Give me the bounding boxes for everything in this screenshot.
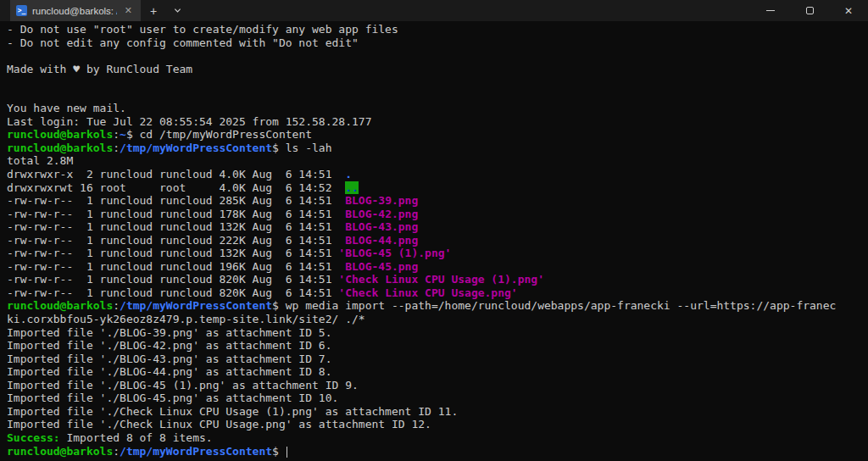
new-tab-button[interactable]: + <box>141 0 166 21</box>
terminal-text: Made with ♥ by RunCloud Team <box>7 63 192 75</box>
terminal-text: .. <box>345 181 359 194</box>
terminal-line: Made with ♥ by RunCloud Team <box>7 63 861 76</box>
terminal-text: runcloud@barkols <box>7 128 113 141</box>
window-controls: ✕ <box>751 0 868 21</box>
terminal-line: -rw-rw-r-- 1 runcloud runcloud 820K Aug … <box>7 286 861 300</box>
text-cursor <box>287 447 288 458</box>
terminal-text: Imported file './Check Linux CPU Usage (… <box>7 405 458 418</box>
terminal-line: -rw-rw-r-- 1 runcloud runcloud 820K Aug … <box>7 273 861 286</box>
terminal-line: -rw-rw-r-- 1 runcloud runcloud 196K Aug … <box>7 260 861 274</box>
terminal-text: : <box>113 299 120 312</box>
terminal-text: -rw-rw-r-- 1 runcloud runcloud 820K Aug … <box>7 273 338 286</box>
terminal-text: BLOG-44.png <box>345 234 418 247</box>
terminal-line: runcloud@barkols:/tmp/myWordPressContent… <box>7 445 861 458</box>
terminal-line <box>7 75 861 89</box>
terminal-text: Imported file './BLOG-45 (1).png' as att… <box>7 379 359 392</box>
terminal-text: BLOG-43.png <box>345 220 418 233</box>
terminal-line: You have new mail. <box>7 102 861 115</box>
terminal-line: drwxrwxr-x 2 runcloud runcloud 4.0K Aug … <box>7 168 861 181</box>
terminal-text: $ <box>272 445 286 458</box>
close-icon: ✕ <box>844 6 853 16</box>
terminal-text: ki.corxbbfou5-yk26eoz8z479.p.temp-site.l… <box>7 313 365 325</box>
terminal-text: $ wp media import --path=/home/runcloud/… <box>272 299 836 312</box>
terminal-line: Imported file './BLOG-44.png' as attachm… <box>7 365 861 379</box>
terminal-text: : <box>113 445 120 458</box>
terminal-text: -rw-rw-r-- 1 runcloud runcloud 196K Aug … <box>7 260 345 273</box>
terminal-text: runcloud@barkols <box>7 142 113 154</box>
terminal-text: total 2.8M <box>7 154 73 167</box>
terminal-icon: >_ <box>16 5 27 16</box>
terminal-text: ~ <box>120 128 126 141</box>
terminal-text: -rw-rw-r-- 1 runcloud runcloud 132K Aug … <box>7 220 345 233</box>
terminal-text: BLOG-42.png <box>345 208 418 220</box>
terminal-line: - Do not use "root" user to create/modif… <box>7 23 861 36</box>
terminal-line: -rw-rw-r-- 1 runcloud runcloud 132K Aug … <box>7 220 861 234</box>
minimize-button[interactable] <box>751 0 790 21</box>
terminal-line: Imported file './BLOG-42.png' as attachm… <box>7 339 861 353</box>
terminal-text: : <box>113 128 120 141</box>
chevron-down-icon <box>174 7 181 14</box>
terminal-text: drwxrwxrwt 16 root root 4.0K Aug 6 14:52 <box>7 181 345 194</box>
terminal-line: -rw-rw-r-- 1 runcloud runcloud 132K Aug … <box>7 247 861 260</box>
maximize-button[interactable] <box>790 0 829 21</box>
terminal-text: -rw-rw-r-- 1 runcloud runcloud 132K Aug … <box>7 247 338 259</box>
terminal-text: Imported file './BLOG-44.png' as attachm… <box>7 365 332 378</box>
terminal-line: runcloud@barkols:/tmp/myWordPressContent… <box>7 142 861 155</box>
terminal-text: Imported file './BLOG-43.png' as attachm… <box>7 353 332 365</box>
terminal-text: Last login: Tue Jul 22 08:55:54 2025 fro… <box>7 115 371 128</box>
terminal-line: drwxrwxrwt 16 root root 4.0K Aug 6 14:52… <box>7 181 861 195</box>
terminal-text: -rw-rw-r-- 1 runcloud runcloud 820K Aug … <box>7 286 338 299</box>
terminal-line: ki.corxbbfou5-yk26eoz8z479.p.temp-site.l… <box>7 313 861 326</box>
terminal-text: /tmp/myWordPressContent <box>120 142 272 154</box>
terminal-tab[interactable]: >_ runcloud@barkols: /tmp/myV ✕ <box>10 0 141 21</box>
terminal-line: Imported file './BLOG-45 (1).png' as att… <box>7 379 861 392</box>
terminal-text: Imported file './BLOG-45.png' as attachm… <box>7 392 338 404</box>
terminal-line: -rw-rw-r-- 1 runcloud runcloud 222K Aug … <box>7 234 861 247</box>
close-button[interactable]: ✕ <box>829 0 868 21</box>
terminal-text: /tmp/myWordPressContent <box>120 445 272 458</box>
terminal-text: Imported file './BLOG-39.png' as attachm… <box>7 326 332 339</box>
terminal-text: 'BLOG-45 (1).png' <box>338 247 451 259</box>
terminal-screen[interactable]: - Do not use "root" user to create/modif… <box>0 21 868 461</box>
terminal-line: - Do not edit any config commented with … <box>7 36 861 50</box>
tab-close-icon[interactable]: ✕ <box>122 4 135 17</box>
terminal-text: . <box>345 168 352 181</box>
terminal-text: -rw-rw-r-- 1 runcloud runcloud 178K Aug … <box>7 208 345 220</box>
terminal-text: $ cd /tmp/myWordPressContent <box>126 128 312 141</box>
minimize-icon <box>766 10 775 11</box>
terminal-line: Imported file './BLOG-43.png' as attachm… <box>7 353 861 366</box>
terminal-text: Success: <box>7 431 60 444</box>
terminal-line: Success: Imported 8 of 8 items. <box>7 431 861 445</box>
tab-title: runcloud@barkols: /tmp/myV <box>32 6 117 16</box>
terminal-text: BLOG-45.png <box>345 260 418 273</box>
terminal-text: Imported file './BLOG-42.png' as attachm… <box>7 339 332 352</box>
terminal-line: Imported file './Check Linux CPU Usage.p… <box>7 418 861 431</box>
terminal-line <box>7 89 861 103</box>
terminal-line: Last login: Tue Jul 22 08:55:54 2025 fro… <box>7 115 861 129</box>
terminal-line: total 2.8M <box>7 154 861 168</box>
terminal-text: runcloud@barkols <box>7 299 113 312</box>
terminal-line: Imported file './Check Linux CPU Usage (… <box>7 405 861 419</box>
terminal-text: Imported file './Check Linux CPU Usage.p… <box>7 418 431 430</box>
terminal-line: runcloud@barkols:~$ cd /tmp/myWordPressC… <box>7 128 861 142</box>
terminal-line <box>7 49 861 63</box>
terminal-text: runcloud@barkols <box>7 445 113 458</box>
titlebar[interactable]: >_ runcloud@barkols: /tmp/myV ✕ + ✕ <box>0 0 868 21</box>
terminal-text: -rw-rw-r-- 1 runcloud runcloud 285K Aug … <box>7 194 345 207</box>
terminal-text: Imported 8 of 8 items. <box>60 431 213 444</box>
terminal-text: 'Check Linux CPU Usage (1).png' <box>338 273 544 286</box>
terminal-text: drwxrwxr-x 2 runcloud runcloud 4.0K Aug … <box>7 168 345 181</box>
maximize-icon <box>806 7 814 14</box>
terminal-text: You have new mail. <box>7 102 126 114</box>
terminal-line: Imported file './BLOG-39.png' as attachm… <box>7 326 861 340</box>
terminal-text: - Do not use "root" user to create/modif… <box>7 23 398 36</box>
terminal-text: BLOG-39.png <box>345 194 418 207</box>
terminal-text: 'Check Linux CPU Usage.png' <box>338 286 517 299</box>
terminal-line: Imported file './BLOG-45.png' as attachm… <box>7 392 861 405</box>
terminal-text: -rw-rw-r-- 1 runcloud runcloud 222K Aug … <box>7 234 345 247</box>
terminal-text: - Do not edit any config commented with … <box>7 36 359 49</box>
terminal-line: -rw-rw-r-- 1 runcloud runcloud 285K Aug … <box>7 194 861 208</box>
terminal-line: -rw-rw-r-- 1 runcloud runcloud 178K Aug … <box>7 208 861 221</box>
terminal-text: $ ls -lah <box>272 142 331 154</box>
tab-dropdown-button[interactable] <box>166 0 188 21</box>
